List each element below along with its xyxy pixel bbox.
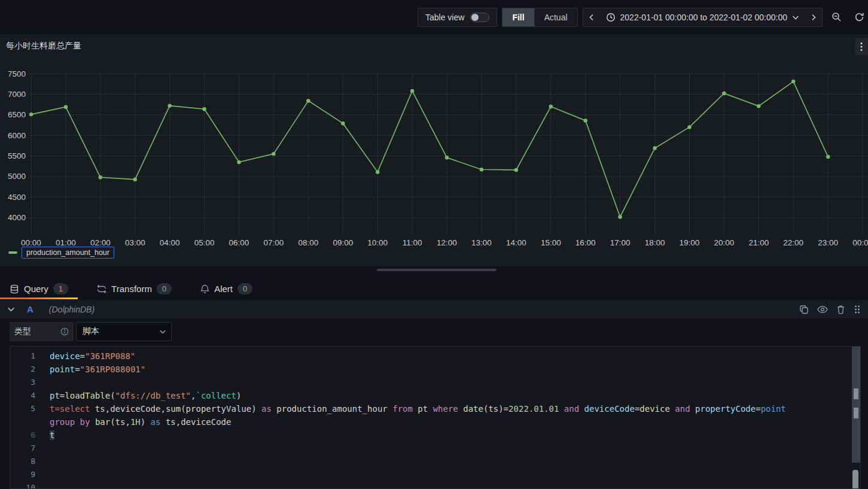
series-color-swatch[interactable]: [8, 251, 17, 254]
line-number: 1: [10, 350, 40, 363]
chevron-down-icon: [792, 14, 799, 21]
editor-scrollbar-thumb[interactable]: [852, 470, 858, 489]
line-number: 7: [10, 442, 40, 455]
svg-text:18:00: 18:00: [645, 238, 665, 247]
transform-icon: [97, 284, 106, 294]
duplicate-query-button[interactable]: [799, 305, 809, 314]
tab-query[interactable]: Query 1: [0, 278, 78, 299]
time-series-chart[interactable]: 4000450050005500600065007000750000:0001:…: [0, 66, 868, 248]
tab-label: Query: [24, 284, 48, 294]
zoom-out-button[interactable]: [827, 0, 845, 34]
svg-text:22:00: 22:00: [783, 238, 803, 247]
pane-resize-handle[interactable]: [377, 269, 497, 271]
svg-text:10:00: 10:00: [367, 238, 388, 247]
tab-transform[interactable]: Transform 0: [87, 278, 181, 299]
line-number: 5: [10, 402, 40, 415]
svg-text:12:00: 12:00: [437, 238, 457, 247]
table-view-label: Table view: [425, 13, 464, 22]
table-view-switch[interactable]: [470, 13, 489, 22]
query-ref-id: A: [27, 304, 33, 314]
svg-text:19:00: 19:00: [680, 238, 700, 247]
time-shift-back-button[interactable]: [583, 8, 600, 26]
grafana-panel-edit-page: Table view Fill Actual 2022-01-01 00:00:…: [0, 0, 868, 489]
svg-text:09:00: 09:00: [333, 238, 353, 247]
chevron-down-icon: [159, 328, 166, 335]
tab-label: Alert: [214, 284, 233, 294]
svg-text:16:00: 16:00: [575, 238, 596, 247]
time-range-group: 2022-01-01 00:00:00 to 2022-01-02 00:00:…: [583, 8, 823, 27]
hide-query-button[interactable]: [817, 305, 828, 314]
actual-button[interactable]: Actual: [534, 8, 577, 26]
code-line[interactable]: 8: [10, 455, 860, 468]
database-icon: [10, 284, 19, 294]
svg-text:20:00: 20:00: [714, 238, 735, 247]
refresh-button[interactable]: [850, 0, 868, 34]
line-number: [10, 415, 40, 429]
clock-icon: [606, 13, 616, 22]
line-number: 10: [10, 481, 40, 489]
code-line[interactable]: 4pt=loadTable("dfs://db_test",`collect): [10, 389, 860, 402]
svg-text:13:00: 13:00: [471, 238, 492, 247]
series-name-field[interactable]: production_amount_hour: [22, 247, 114, 259]
info-icon[interactable]: [60, 327, 69, 336]
svg-text:7000: 7000: [8, 90, 26, 99]
panel-menu-button[interactable]: [855, 38, 868, 55]
svg-text:5500: 5500: [8, 151, 26, 160]
magnifier-minus-icon: [832, 12, 842, 22]
drag-query-handle[interactable]: [854, 305, 861, 314]
time-range-button[interactable]: 2022-01-01 00:00:00 to 2022-01-02 00:00:…: [600, 8, 805, 26]
svg-text:14:00: 14:00: [506, 238, 526, 247]
code-line[interactable]: 9: [10, 468, 860, 481]
collapse-chevron-icon[interactable]: [7, 305, 15, 313]
code-line[interactable]: 2point="361RP088001": [10, 363, 860, 376]
trash-icon: [836, 305, 845, 314]
svg-text:04:00: 04:00: [160, 238, 180, 247]
svg-text:00:00: 00:00: [21, 238, 41, 247]
tab-count-badge: 0: [157, 283, 172, 294]
line-number: 3: [10, 376, 40, 389]
copy-icon: [799, 305, 809, 314]
svg-text:05:00: 05:00: [194, 238, 215, 247]
type-label-chip: 类型: [10, 322, 74, 341]
delete-query-button[interactable]: [836, 305, 845, 314]
bell-icon: [200, 284, 209, 294]
type-select[interactable]: 脚本: [76, 322, 172, 341]
svg-text:01:00: 01:00: [56, 238, 76, 247]
line-number: 8: [10, 455, 40, 468]
code-line[interactable]: 1device="361RP088": [10, 350, 860, 363]
tab-count-badge: 1: [53, 283, 68, 294]
code-lines[interactable]: 1device="361RP088"2point="361RP088001"34…: [10, 347, 860, 489]
code-line[interactable]: 6t: [10, 429, 860, 442]
code-line[interactable]: 3: [10, 376, 860, 389]
time-shift-forward-button[interactable]: [805, 8, 822, 26]
svg-text:17:00: 17:00: [610, 238, 631, 247]
code-line[interactable]: 7: [10, 442, 860, 455]
chevron-right-icon: [810, 14, 817, 21]
svg-text:23:00: 23:00: [818, 238, 838, 247]
chart-legend: production_amount_hour: [8, 247, 114, 259]
code-line[interactable]: 10: [10, 481, 860, 489]
fill-button[interactable]: Fill: [502, 8, 534, 26]
svg-text:03:00: 03:00: [125, 238, 145, 247]
line-number: 9: [10, 468, 40, 481]
table-view-toggle-group: Table view: [418, 8, 497, 27]
svg-text:00:00: 00:00: [852, 238, 868, 247]
panel-title[interactable]: 每小时生料磨总产量: [6, 41, 81, 51]
code-line[interactable]: 5t=select ts,deviceCode,sum(propertyValu…: [10, 402, 860, 415]
tab-alert[interactable]: Alert 0: [191, 278, 262, 299]
svg-text:21:00: 21:00: [748, 238, 769, 247]
svg-text:07:00: 07:00: [264, 238, 284, 247]
kebab-menu-icon: [860, 42, 863, 51]
script-code-editor[interactable]: 1device="361RP088"2point="361RP088001"34…: [10, 346, 861, 489]
minimap-mark: [854, 408, 858, 418]
eye-icon: [817, 305, 828, 314]
tab-count-badge: 0: [237, 283, 252, 294]
svg-text:7500: 7500: [8, 69, 26, 78]
line-number: 4: [10, 389, 40, 402]
minimap[interactable]: [852, 347, 860, 463]
grip-icon: [854, 305, 861, 314]
tab-label: Transform: [111, 284, 152, 294]
svg-text:02:00: 02:00: [90, 238, 111, 247]
code-line[interactable]: group by bar(ts,1H) as ts,deviceCode: [10, 415, 860, 429]
query-row-header[interactable]: A (DolphinDB): [0, 300, 868, 318]
